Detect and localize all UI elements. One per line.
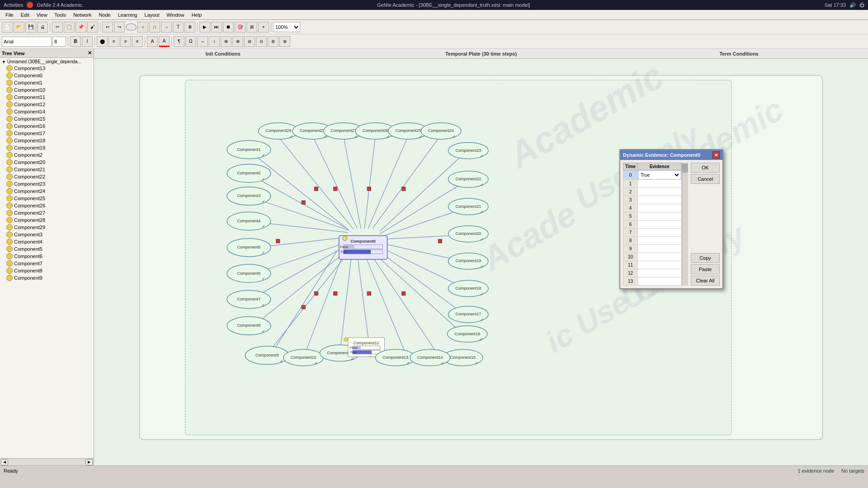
run-button[interactable]: ▶ [199,22,210,33]
tree-item-component14[interactable]: Component14 [1,108,93,115]
menu-node[interactable]: Node [95,11,114,19]
menu-edit[interactable]: Edit [17,11,33,19]
evidence-cell-8[interactable] [638,237,681,245]
font-family-input[interactable] [2,37,52,47]
menu-window[interactable]: Window [163,11,188,19]
format2[interactable]: Ω [185,36,196,47]
highlight-button[interactable]: A [147,36,158,47]
evidence-cell-3[interactable] [638,196,681,204]
dialog-close-button[interactable]: ✕ [712,151,720,159]
circle-tool[interactable]: ○ [137,22,148,33]
tree-item-component6[interactable]: Component6 [1,253,93,260]
arrow-tool[interactable]: → [161,22,172,33]
format3[interactable]: ↔ [197,36,208,47]
tree-item-component23[interactable]: Component23 [1,180,93,188]
print-button[interactable]: 🖨 [37,22,48,33]
evidence-row-3[interactable]: 3 [623,196,682,204]
cancel-button[interactable]: Cancel [691,174,720,184]
tree-item-component2[interactable]: Component2 [1,151,93,159]
ellipse-tool[interactable] [126,23,137,31]
tree-close-icon[interactable]: ✕ [88,50,92,56]
rect-tool[interactable]: □ [149,22,160,33]
align-left[interactable]: ⬤ [97,36,108,47]
tree-item-component27[interactable]: Component27 [1,209,93,216]
tree-item-component26[interactable]: Component26 [1,202,93,209]
text-tool[interactable]: T [173,22,184,33]
evidence-cell-11[interactable] [638,261,681,269]
target-button[interactable]: 🎯 [235,22,245,33]
bold-tool[interactable]: 𝐁 [184,22,195,33]
tree-item-component25[interactable]: Component25 [1,195,93,202]
evidence-cell-6[interactable] [638,221,681,229]
format6[interactable]: ⊗ [232,36,243,47]
activities-label[interactable]: Activities [4,2,23,8]
tree-item-component18[interactable]: Component18 [1,137,93,144]
tree-item-component13[interactable]: Component13 [1,65,93,72]
left-scrollbar[interactable]: ◀ ▶ [0,458,94,465]
evidence-cell-1[interactable] [638,180,681,188]
cut-button[interactable]: ✂ [52,22,63,33]
tree-item-component3[interactable]: Component3 [1,231,93,238]
paste-button[interactable]: 📌 [75,22,86,33]
scrollbar-thumb[interactable] [682,164,688,173]
tree-item-component1[interactable]: Component1 [1,79,93,86]
snap-button[interactable]: ⌖ [258,22,269,33]
menu-file[interactable]: File [2,11,17,19]
format5[interactable]: ⊕ [221,36,231,47]
menu-view[interactable]: View [33,11,51,19]
scroll-right[interactable]: ▶ [85,459,93,465]
font-color-button[interactable]: A [159,36,170,47]
menu-layout[interactable]: Layout [141,11,163,19]
menu-tools[interactable]: Tools [51,11,70,19]
step-button[interactable]: ⏭ [211,22,222,33]
network-svg[interactable]: Component1 ✓ Component2 ✓ Component3 ✓ C… [94,59,868,465]
table-scrollbar[interactable] [682,163,688,286]
menu-network[interactable]: Network [70,11,95,19]
font-size-input[interactable] [52,37,66,47]
evidence-row-6[interactable]: 6 [623,221,682,229]
tree-item-component15[interactable]: Component15 [1,115,93,122]
scroll-left[interactable]: ◀ [1,459,8,465]
redo-button[interactable]: ↪ [114,22,125,33]
zoom-select[interactable]: 100% 75% 50% 150% [273,22,300,32]
evidence-cell-12[interactable] [638,269,681,277]
evidence-cell-10[interactable] [638,253,681,261]
evidence-row-1[interactable]: 1 [623,180,682,188]
evidence-cell-7[interactable] [638,229,681,237]
evidence-cell-4[interactable] [638,204,681,212]
tree-item-component29[interactable]: Component29 [1,224,93,231]
format9[interactable]: ⊚ [268,36,278,47]
evidence-row-12[interactable]: 12 [623,269,682,277]
tree-item-component24[interactable]: Component24 [1,188,93,195]
copy-button[interactable]: Copy [691,253,720,263]
tree-item-component16[interactable]: Component16 [1,122,93,130]
copy-button[interactable]: 📋 [64,22,75,33]
evidence-cell-9[interactable] [638,245,681,253]
format10[interactable]: ⊛ [279,36,290,47]
evidence-row-8[interactable]: 8 [623,237,682,245]
tree-item-component28[interactable]: Component28 [1,216,93,224]
tree-item-component21[interactable]: Component21 [1,166,93,173]
format1[interactable]: ¶ [174,36,184,47]
bold-button[interactable]: B [70,36,81,47]
tree-item-component9[interactable]: Component9 [1,274,93,282]
menu-help[interactable]: Help [188,11,206,19]
evidence-row-10[interactable]: 10 [623,253,682,261]
evidence-row-0[interactable]: 0 True False [623,170,682,180]
tree-view-content[interactable]: ▼ Unnamed (30BE__single_dependa... Compo… [0,58,94,458]
paint-button[interactable]: 🖌 [87,22,98,33]
evidence-cell-2[interactable] [638,188,681,196]
tree-item-component20[interactable]: Component20 [1,159,93,166]
evidence-cell-0[interactable]: True False [638,170,681,180]
menu-learning[interactable]: Learning [114,11,141,19]
undo-button[interactable]: ↩ [102,22,113,33]
tree-item-component4[interactable]: Component4 [1,238,93,245]
evidence-row-11[interactable]: 11 [623,261,682,269]
evidence-cell-5[interactable] [638,212,681,221]
open-button[interactable]: 📂 [14,22,24,33]
align-justify[interactable]: ≡ [132,36,143,47]
canvas-body[interactable]: Academic Use Only Acade ic Use Only Acad… [94,59,868,465]
grid-button[interactable]: ⊞ [246,22,257,33]
evidence-row-7[interactable]: 7 [623,229,682,237]
tree-item-component10[interactable]: Component10 [1,86,93,94]
